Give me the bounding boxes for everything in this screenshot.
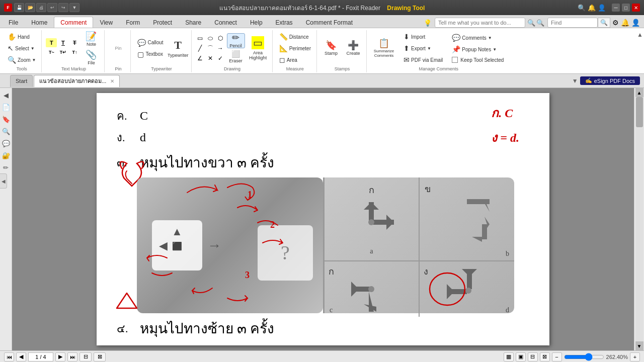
- polyline-button[interactable]: ∠: [196, 54, 205, 63]
- minimize-button[interactable]: ─: [612, 4, 620, 12]
- undo-button[interactable]: ↩: [47, 3, 57, 12]
- view-single-button[interactable]: ▦: [504, 352, 514, 361]
- comments-button[interactable]: 💬 Comments ▼: [449, 32, 506, 43]
- tab-comment-format[interactable]: Comment Format: [299, 17, 359, 28]
- zoom-in-button[interactable]: +: [630, 352, 640, 361]
- page-input[interactable]: [28, 352, 53, 361]
- textbox-button[interactable]: ▢ Textbox: [135, 49, 166, 60]
- tab-view[interactable]: View: [93, 17, 119, 28]
- rectangle-button[interactable]: ▭: [196, 34, 205, 43]
- popup-notes-button[interactable]: 📌 Popup Notes ▼: [449, 44, 506, 55]
- import-button[interactable]: ⬇ Import: [401, 31, 445, 42]
- connected-line-button[interactable]: ⌒: [206, 44, 215, 53]
- scroll-down-button[interactable]: ▼: [635, 341, 643, 350]
- hand-tool-button[interactable]: ✋ Hand: [5, 31, 38, 42]
- zoom-slider[interactable]: [564, 353, 604, 361]
- arrow-button[interactable]: →: [216, 44, 225, 53]
- tab-start[interactable]: Start: [10, 75, 33, 87]
- distance-button[interactable]: 📏 Distance: [277, 31, 313, 42]
- tab-protect[interactable]: Protect: [146, 17, 179, 28]
- tab-extras[interactable]: Extras: [269, 17, 299, 28]
- pencil-button[interactable]: ✏ Pencil: [227, 33, 245, 48]
- perimeter-button[interactable]: 📐 Perimeter: [277, 43, 313, 54]
- tab-share[interactable]: Share: [179, 17, 208, 28]
- save-button[interactable]: 💾: [14, 3, 24, 12]
- esign-button[interactable]: ✍ eSign PDF Docs: [580, 76, 640, 85]
- collapse-tab-icon[interactable]: ▼: [572, 77, 578, 84]
- text-underline-button[interactable]: T: [57, 38, 68, 47]
- user-icon[interactable]: 👤: [631, 19, 640, 27]
- svg-text:1: 1: [248, 190, 252, 200]
- zoom-out-button[interactable]: −: [552, 352, 562, 361]
- scrollbar-thumb[interactable]: [636, 97, 643, 127]
- sidebar-collapse-button[interactable]: ◀: [0, 173, 7, 189]
- cross-button[interactable]: ✕: [206, 54, 215, 63]
- eraser-button[interactable]: ⬜ Eraser: [227, 50, 245, 63]
- sidebar-security[interactable]: 🔐: [1, 150, 11, 160]
- maximize-button[interactable]: □: [622, 4, 630, 12]
- settings-button[interactable]: ▼: [69, 3, 79, 12]
- check-button[interactable]: ✓: [216, 54, 225, 63]
- textbox-icon: ▢: [137, 50, 144, 58]
- text-insert-button[interactable]: T↑: [69, 48, 80, 57]
- fit-width-button[interactable]: ⊠: [94, 352, 106, 361]
- tab-comment[interactable]: Comment: [54, 17, 93, 28]
- gear-icon[interactable]: ⚙: [612, 19, 619, 27]
- summarize-icon: 📋: [378, 39, 389, 48]
- last-page-button[interactable]: ⏭: [67, 352, 77, 361]
- stamp-button[interactable]: 🔖 Stamp: [321, 33, 341, 63]
- typewriter-button[interactable]: T Typewriter: [168, 33, 188, 63]
- first-page-button[interactable]: ⏮: [4, 352, 14, 361]
- open-button[interactable]: 📂: [25, 3, 35, 12]
- area-highlight-button[interactable]: ▭ Area Highlight: [247, 33, 269, 63]
- summarize-comments-button[interactable]: 📋 Summarize Comments: [371, 33, 397, 63]
- sidebar-comments[interactable]: 💬: [1, 138, 11, 148]
- view-continuous-button[interactable]: ⊟: [528, 352, 538, 361]
- close-button[interactable]: ✕: [632, 4, 640, 12]
- tab-close-button[interactable]: ✕: [110, 78, 114, 84]
- view-double-button[interactable]: ▣: [516, 352, 526, 361]
- note-button[interactable]: 📝 Note: [81, 30, 101, 48]
- view-double-continuous-button[interactable]: ⊠: [540, 352, 550, 361]
- tab-file[interactable]: File: [2, 17, 25, 28]
- create-stamp-button[interactable]: ➕ Create: [343, 33, 363, 63]
- sidebar-signatures[interactable]: ✏: [1, 162, 11, 172]
- choice-b: ข b: [420, 177, 515, 261]
- callout-button[interactable]: 💬 Callout: [135, 37, 166, 48]
- next-page-button[interactable]: ▶: [55, 352, 65, 361]
- sidebar-search[interactable]: 🔍: [1, 126, 11, 136]
- text-highlight-button[interactable]: T: [46, 38, 57, 47]
- pdf-email-button[interactable]: ✉ PDF via Email: [401, 54, 445, 65]
- find-button[interactable]: 🔍: [598, 18, 610, 28]
- prev-page-button[interactable]: ◀: [16, 352, 26, 361]
- tab-help[interactable]: Help: [244, 17, 269, 28]
- text-squiggly-button[interactable]: T~: [46, 48, 57, 57]
- redo-button[interactable]: ↪: [58, 3, 68, 12]
- tab-home[interactable]: Home: [25, 17, 54, 28]
- scroll-up-button[interactable]: ▲: [635, 88, 643, 97]
- tab-document[interactable]: แนวข้อสอบปลายภาคดอม... ✕: [34, 75, 120, 87]
- select-button[interactable]: ↖ Select ▼: [5, 43, 38, 54]
- right-sidebar: ▲ ▼: [634, 88, 644, 350]
- tell-me-input[interactable]: [435, 18, 525, 28]
- tab-form[interactable]: Form: [119, 17, 146, 28]
- sidebar-toggle[interactable]: ◀: [1, 90, 11, 100]
- group-pin: Pin Pin: [106, 30, 131, 72]
- sidebar-bookmarks[interactable]: 🔖: [1, 114, 11, 124]
- ellipse-button[interactable]: ⬭: [206, 34, 215, 43]
- polygon-button[interactable]: ⬡: [216, 34, 225, 43]
- tab-connect[interactable]: Connect: [208, 17, 244, 28]
- print-button[interactable]: 🖨: [36, 3, 46, 12]
- keep-tool-button[interactable]: Keep Tool Selected: [449, 55, 506, 64]
- fit-page-button[interactable]: ⊟: [79, 352, 92, 361]
- find-input[interactable]: [547, 18, 598, 28]
- file-button[interactable]: 📎 File: [81, 49, 101, 67]
- text-strikeout-button[interactable]: T: [69, 38, 80, 47]
- zoom-button[interactable]: 🔍 Zoom ▼: [5, 54, 38, 65]
- sidebar-pages[interactable]: 📄: [1, 102, 11, 112]
- area-measure-button[interactable]: ◻ Area: [277, 54, 313, 65]
- text-replace-button[interactable]: T↵: [57, 48, 68, 57]
- line-button[interactable]: ╱: [196, 44, 205, 53]
- collapse-ribbon-button[interactable]: ▲: [637, 31, 643, 38]
- export-button[interactable]: ⬆ Export ▼: [401, 43, 445, 54]
